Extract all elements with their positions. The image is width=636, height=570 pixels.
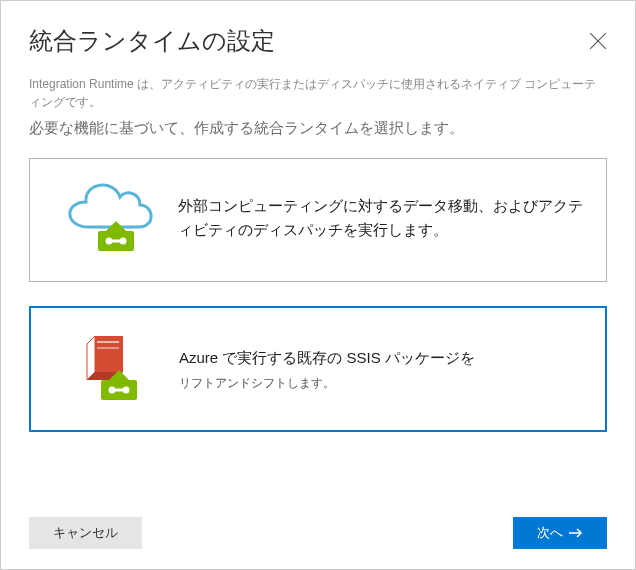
intro-subtitle: 必要な機能に基づいて、作成する統合ランタイムを選択します。 (1, 117, 635, 158)
option-desc: リフトアンドシフトします。 (179, 374, 585, 392)
svg-rect-11 (114, 388, 124, 391)
option-list: 外部コンピューティングに対するデータ移動、およびアクティビティのディスパッチを実… (1, 158, 635, 432)
close-button[interactable] (589, 32, 607, 50)
ssis-integration-icon (45, 326, 175, 412)
close-icon (589, 32, 607, 50)
next-button-label: 次へ (537, 524, 563, 542)
cancel-button[interactable]: キャンセル (29, 517, 142, 549)
cloud-integration-icon (44, 177, 174, 263)
svg-rect-5 (111, 239, 121, 242)
next-button[interactable]: 次へ (513, 517, 607, 549)
option-title: Azure で実行する既存の SSIS パッケージを (179, 346, 585, 370)
option-title: 外部コンピューティングに対するデータ移動、およびアクティビティのディスパッチを実… (178, 194, 586, 242)
dialog-header: 統合ランタイムの設定 (1, 1, 635, 69)
option-text: Azure で実行する既存の SSIS パッケージを リフトアンドシフトします。 (175, 346, 591, 392)
dialog-title: 統合ランタイムの設定 (29, 25, 275, 57)
intro-description: Integration Runtime は、アクティビティの実行またはディスパッ… (1, 69, 635, 117)
dialog-footer: キャンセル 次へ (29, 517, 607, 549)
arrow-right-icon (569, 528, 583, 538)
option-card-ssis[interactable]: Azure で実行する既存の SSIS パッケージを リフトアンドシフトします。 (29, 306, 607, 432)
option-text: 外部コンピューティングに対するデータ移動、およびアクティビティのディスパッチを実… (174, 194, 592, 246)
option-card-external-compute[interactable]: 外部コンピューティングに対するデータ移動、およびアクティビティのディスパッチを実… (29, 158, 607, 282)
